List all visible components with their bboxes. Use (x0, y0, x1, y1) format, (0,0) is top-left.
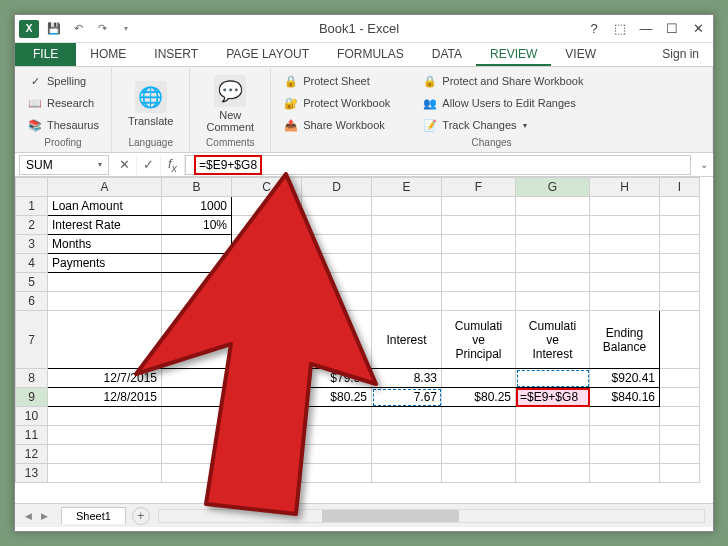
row-header-7[interactable]: 7 (16, 311, 48, 369)
cell-I2[interactable] (660, 216, 700, 235)
cell-C3[interactable] (232, 235, 302, 254)
spreadsheet-grid[interactable]: A B C D E F G H I 1Loan Amount1000 2Inte… (15, 177, 713, 503)
row-header-8[interactable]: 8 (16, 369, 48, 388)
cell-E8[interactable]: 8.33 (372, 369, 442, 388)
cell-B3[interactable] (162, 235, 232, 254)
research-button[interactable]: 📖Research (23, 93, 103, 113)
maximize-button[interactable]: ☐ (661, 19, 683, 39)
cell-F6[interactable] (442, 292, 516, 311)
cell-H7[interactable]: Ending Balance (590, 311, 660, 369)
new-comment-button[interactable]: 💬 New Comment (198, 71, 262, 137)
minimize-button[interactable]: — (635, 19, 657, 39)
col-header-B[interactable]: B (162, 178, 232, 197)
formula-input[interactable]: =$E9+$G8 (185, 155, 691, 175)
cell-B13[interactable] (162, 464, 232, 483)
cell-E4[interactable] (372, 254, 442, 273)
row-header-1[interactable]: 1 (16, 197, 48, 216)
cell-A4[interactable]: Payments (48, 254, 162, 273)
protect-share-button[interactable]: 🔒Protect and Share Workbook (418, 71, 587, 91)
thesaurus-button[interactable]: 📚Thesaurus (23, 115, 103, 135)
cell-G1[interactable] (516, 197, 590, 216)
cell-E2[interactable] (372, 216, 442, 235)
cell-G2[interactable] (516, 216, 590, 235)
cell-A5[interactable] (48, 273, 162, 292)
cell-C10[interactable] (232, 407, 302, 426)
cell-E3[interactable] (372, 235, 442, 254)
cell-A2[interactable]: Interest Rate (48, 216, 162, 235)
cell-E6[interactable] (372, 292, 442, 311)
allow-users-button[interactable]: 👥Allow Users to Edit Ranges (418, 93, 587, 113)
scroll-thumb[interactable] (322, 510, 458, 522)
cell-I12[interactable] (660, 445, 700, 464)
cell-C2[interactable] (232, 216, 302, 235)
cell-H8[interactable]: $920.41 (590, 369, 660, 388)
cell-B6[interactable] (162, 292, 232, 311)
cell-I1[interactable] (660, 197, 700, 216)
cell-D1[interactable] (302, 197, 372, 216)
cell-F4[interactable] (442, 254, 516, 273)
cell-A13[interactable] (48, 464, 162, 483)
cell-G10[interactable] (516, 407, 590, 426)
name-box[interactable]: SUM ▾ (19, 155, 109, 175)
cell-G8[interactable] (516, 369, 590, 388)
cell-B12[interactable] (162, 445, 232, 464)
cell-A6[interactable] (48, 292, 162, 311)
sheet-prev-icon[interactable]: ◀ (21, 509, 35, 523)
cell-G3[interactable] (516, 235, 590, 254)
cell-E9[interactable]: 7.67 (372, 388, 442, 407)
cell-F8[interactable] (442, 369, 516, 388)
qat-dropdown-icon[interactable]: ▾ (117, 20, 135, 38)
name-box-dropdown-icon[interactable]: ▾ (98, 160, 102, 169)
cell-A12[interactable] (48, 445, 162, 464)
cell-I13[interactable] (660, 464, 700, 483)
cell-F10[interactable] (442, 407, 516, 426)
add-sheet-button[interactable]: + (132, 507, 150, 525)
cell-B10[interactable] (162, 407, 232, 426)
cell-D12[interactable] (302, 445, 372, 464)
translate-button[interactable]: 🌐 Translate (120, 77, 181, 131)
cell-G4[interactable] (516, 254, 590, 273)
cell-B8[interactable] (162, 369, 232, 388)
col-header-D[interactable]: D (302, 178, 372, 197)
cell-C6[interactable] (232, 292, 302, 311)
select-all-corner[interactable] (16, 178, 48, 197)
cell-B11[interactable] (162, 426, 232, 445)
cell-D6[interactable] (302, 292, 372, 311)
cell-F12[interactable] (442, 445, 516, 464)
col-header-C[interactable]: C (232, 178, 302, 197)
cell-G5[interactable] (516, 273, 590, 292)
cell-G7[interactable]: Cumulati ve Interest (516, 311, 590, 369)
col-header-E[interactable]: E (372, 178, 442, 197)
cell-D2[interactable] (302, 216, 372, 235)
cell-G6[interactable] (516, 292, 590, 311)
row-header-2[interactable]: 2 (16, 216, 48, 235)
save-icon[interactable]: 💾 (45, 20, 63, 38)
cell-D13[interactable] (302, 464, 372, 483)
cell-D3[interactable] (302, 235, 372, 254)
cell-F11[interactable] (442, 426, 516, 445)
cell-H10[interactable] (590, 407, 660, 426)
cell-B4[interactable] (162, 254, 232, 273)
cell-B9[interactable] (162, 388, 232, 407)
cell-A8[interactable]: 12/7/2015 (48, 369, 162, 388)
cell-E12[interactable] (372, 445, 442, 464)
cell-A7[interactable] (48, 311, 162, 369)
cell-F1[interactable] (442, 197, 516, 216)
cell-A9[interactable]: 12/8/2015 (48, 388, 162, 407)
cell-C13[interactable] (232, 464, 302, 483)
sheet-next-icon[interactable]: ▶ (37, 509, 51, 523)
row-header-5[interactable]: 5 (16, 273, 48, 292)
cancel-formula-button[interactable]: ✕ (113, 155, 137, 175)
cell-E1[interactable] (372, 197, 442, 216)
cell-G12[interactable] (516, 445, 590, 464)
row-header-3[interactable]: 3 (16, 235, 48, 254)
cell-D7[interactable]: rincipal (302, 311, 372, 369)
cell-E7[interactable]: Interest (372, 311, 442, 369)
row-header-11[interactable]: 11 (16, 426, 48, 445)
cell-I6[interactable] (660, 292, 700, 311)
cell-I9[interactable] (660, 388, 700, 407)
cell-H3[interactable] (590, 235, 660, 254)
row-header-4[interactable]: 4 (16, 254, 48, 273)
cell-B2[interactable]: 10% (162, 216, 232, 235)
redo-icon[interactable]: ↷ (93, 20, 111, 38)
